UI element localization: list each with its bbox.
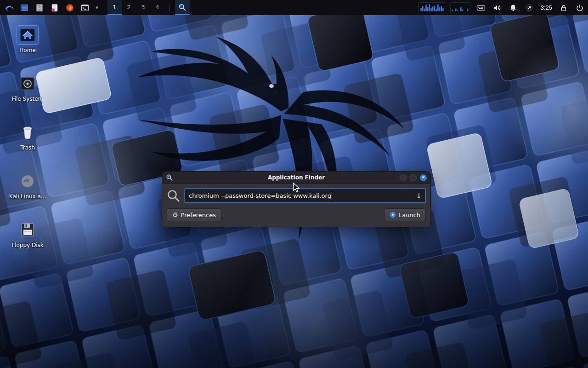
cpu-graph[interactable] bbox=[418, 2, 445, 13]
minimize-button[interactable] bbox=[400, 174, 407, 181]
desktop-icon-trash[interactable]: Trash bbox=[6, 123, 50, 151]
app-finder-icon bbox=[178, 3, 187, 12]
search-input[interactable]: chromium --password-store=basic www.kali… bbox=[185, 189, 426, 203]
panel-separator bbox=[170, 4, 170, 12]
window-title: Application Finder bbox=[162, 174, 430, 181]
desktop-icon-label: Floppy Disk bbox=[11, 242, 44, 248]
firefox-icon bbox=[65, 3, 74, 12]
workspace-1[interactable]: 1 bbox=[107, 0, 122, 15]
taskbar-application-finder[interactable] bbox=[175, 0, 190, 15]
desktop-icon-file-system[interactable]: File System bbox=[6, 75, 50, 102]
panel-status-area: 3:25 bbox=[418, 1, 585, 14]
file-cabinet-icon bbox=[35, 3, 44, 12]
logout-button[interactable] bbox=[574, 1, 585, 14]
desktop: ▾ 1 2 3 4 bbox=[0, 0, 588, 368]
clock[interactable]: 3:25 bbox=[540, 4, 553, 11]
power-icon bbox=[576, 4, 584, 12]
keyboard-icon bbox=[476, 3, 486, 12]
dropdown-arrow-icon[interactable]: ↓ bbox=[416, 192, 422, 200]
launcher-terminal[interactable] bbox=[79, 1, 91, 14]
search-icon bbox=[167, 189, 181, 203]
desktop-icon-floppy-disk[interactable]: Floppy Disk bbox=[6, 221, 50, 248]
bell-icon bbox=[509, 4, 517, 12]
workspace-3[interactable]: 3 bbox=[136, 0, 150, 15]
drive-icon bbox=[17, 75, 38, 93]
launch-icon bbox=[390, 212, 396, 218]
volume-icon bbox=[492, 3, 502, 12]
preferences-label: Preferences bbox=[181, 212, 216, 218]
updates-orb-button[interactable] bbox=[524, 1, 535, 14]
trash-icon bbox=[17, 123, 38, 142]
window-app-icon bbox=[20, 3, 29, 12]
kali-disc-icon bbox=[17, 172, 38, 190]
document-icon bbox=[50, 3, 59, 12]
mouse-cursor bbox=[293, 183, 302, 193]
keyboard-layout-button[interactable] bbox=[475, 1, 486, 14]
workspace-4[interactable]: 4 bbox=[150, 0, 164, 15]
launcher-window-app[interactable] bbox=[18, 1, 30, 14]
volume-button[interactable] bbox=[492, 1, 503, 14]
desktop-icon-kali-linux[interactable]: Kali Linux a... bbox=[6, 172, 50, 200]
workspace-2[interactable]: 2 bbox=[122, 0, 136, 15]
gear-icon: ⚙ bbox=[172, 211, 178, 218]
search-input-value: chromium --password-store=basic www.kali… bbox=[189, 192, 331, 199]
launcher-text-editor[interactable] bbox=[48, 1, 61, 14]
workspace-switcher: 1 2 3 4 bbox=[107, 0, 164, 15]
top-panel: ▾ 1 2 3 4 bbox=[0, 0, 588, 15]
preferences-button[interactable]: ⚙ Preferences bbox=[167, 208, 221, 221]
launch-label: Launch bbox=[399, 212, 420, 218]
home-icon bbox=[17, 26, 38, 44]
globe-icon bbox=[525, 4, 533, 12]
titlebar[interactable]: Application Finder × bbox=[162, 172, 430, 184]
maximize-button[interactable] bbox=[410, 174, 417, 181]
lock-icon bbox=[560, 4, 568, 12]
network-graph[interactable] bbox=[450, 2, 470, 13]
launch-button[interactable]: Launch bbox=[384, 208, 426, 221]
notifications-button[interactable] bbox=[508, 1, 519, 14]
application-finder-window: Application Finder × chromium --password… bbox=[162, 171, 431, 227]
terminal-icon bbox=[80, 3, 90, 12]
window-app-finder-icon bbox=[166, 174, 173, 181]
desktop-icon-label: Home bbox=[19, 47, 35, 53]
kali-logo-icon bbox=[4, 3, 14, 13]
desktop-icon-label: Trash bbox=[20, 144, 35, 151]
close-button[interactable]: × bbox=[420, 174, 427, 181]
launcher-dropdown-chevron[interactable]: ▾ bbox=[94, 1, 100, 14]
kali-menu-button[interactable] bbox=[3, 1, 15, 14]
desktop-icon-home[interactable]: Home bbox=[6, 26, 50, 53]
floppy-icon bbox=[17, 221, 38, 239]
lock-screen-button[interactable] bbox=[558, 1, 569, 14]
launcher-firefox[interactable] bbox=[63, 1, 76, 14]
launcher-file-manager[interactable] bbox=[33, 1, 45, 14]
desktop-icon-label: Kali Linux a... bbox=[9, 193, 46, 200]
desktop-icon-label: File System bbox=[12, 96, 44, 102]
text-caret bbox=[332, 192, 333, 200]
